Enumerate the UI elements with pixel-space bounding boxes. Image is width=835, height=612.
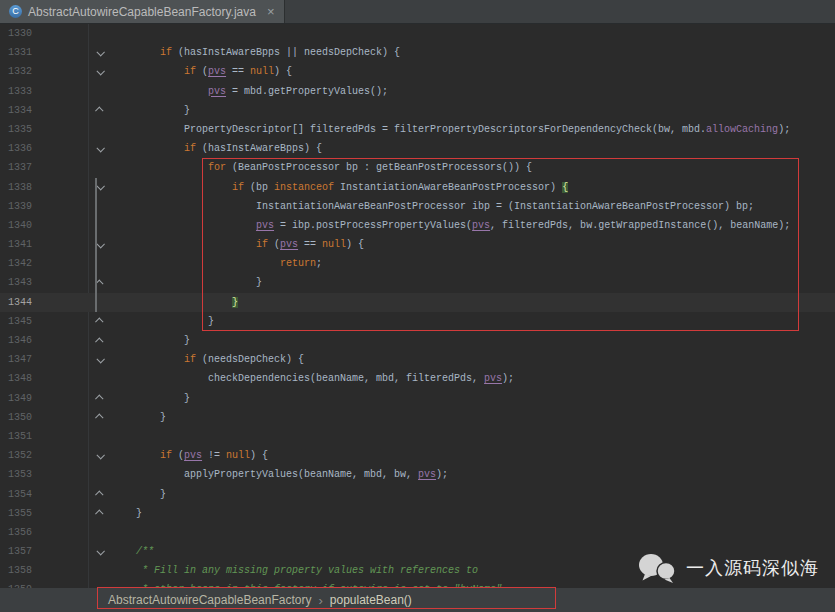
line-number[interactable]: 1331 (0, 43, 88, 62)
fold-spacer (88, 523, 112, 542)
code-text (112, 24, 835, 43)
fold-end-icon[interactable] (88, 312, 112, 331)
fold-spacer (88, 427, 112, 446)
line-number[interactable]: 1342 (0, 254, 88, 273)
fold-end-icon[interactable] (88, 101, 112, 120)
line-number[interactable]: 1335 (0, 120, 88, 139)
line-number[interactable]: 1332 (0, 62, 88, 81)
line-number[interactable]: 1346 (0, 331, 88, 350)
code-line[interactable]: 1345 } (0, 312, 835, 331)
code-text: } (112, 389, 835, 408)
line-number[interactable]: 1350 (0, 408, 88, 427)
line-number[interactable]: 1330 (0, 24, 88, 43)
line-number[interactable]: 1354 (0, 485, 88, 504)
code-line[interactable]: 1352 if (pvs != null) { (0, 446, 835, 465)
code-line[interactable]: 1350 } (0, 408, 835, 427)
breadcrumb-item[interactable]: AbstractAutowireCapableBeanFactory (108, 593, 311, 607)
code-line[interactable]: 1333 pvs = mbd.getPropertyValues(); (0, 82, 835, 101)
code-line[interactable]: 1347 if (needsDepCheck) { (0, 350, 835, 369)
fold-end-icon[interactable] (88, 504, 112, 523)
line-number[interactable]: 1348 (0, 369, 88, 388)
fold-collapse-icon[interactable] (88, 43, 112, 62)
code-line[interactable]: 1354 } (0, 485, 835, 504)
code-line[interactable]: 1341 if (pvs == null) { (0, 235, 835, 254)
code-line[interactable]: 1336 if (hasInstAwareBpps) { (0, 139, 835, 158)
code-line[interactable]: 1330 (0, 24, 835, 43)
code-text: } (112, 273, 835, 292)
code-line[interactable]: 1351 (0, 427, 835, 446)
fold-end-icon[interactable] (88, 485, 112, 504)
line-number[interactable]: 1333 (0, 82, 88, 101)
code-line[interactable]: 1331 if (hasInstAwareBpps || needsDepChe… (0, 43, 835, 62)
code-text: for (BeanPostProcessor bp : getBeanPostP… (112, 158, 835, 177)
code-text: } (112, 293, 835, 312)
line-number[interactable]: 1349 (0, 389, 88, 408)
line-number[interactable]: 1355 (0, 504, 88, 523)
code-line[interactable]: 1355 } (0, 504, 835, 523)
code-text: PropertyDescriptor[] filteredPds = filte… (112, 120, 835, 139)
breadcrumb-item[interactable]: populateBean() (330, 593, 412, 607)
fold-collapse-icon[interactable] (88, 350, 112, 369)
line-number[interactable]: 1344 (0, 293, 88, 312)
code-editor[interactable]: 13301331 if (hasInstAwareBpps || needsDe… (0, 24, 835, 612)
line-number[interactable]: 1352 (0, 446, 88, 465)
line-number[interactable]: 1336 (0, 139, 88, 158)
code-line[interactable]: 1335 PropertyDescriptor[] filteredPds = … (0, 120, 835, 139)
code-line[interactable]: 1346 } (0, 331, 835, 350)
line-number[interactable]: 1358 (0, 561, 88, 580)
line-number[interactable]: 1347 (0, 350, 88, 369)
line-number[interactable]: 1337 (0, 158, 88, 177)
fold-end-icon[interactable] (88, 273, 112, 292)
code-text: InstantiationAwareBeanPostProcessor ibp … (112, 197, 835, 216)
fold-end-icon[interactable] (88, 331, 112, 350)
line-number[interactable]: 1351 (0, 427, 88, 446)
code-line[interactable]: 1332 if (pvs == null) { (0, 62, 835, 81)
code-line[interactable]: 1338 if (bp instanceof InstantiationAwar… (0, 178, 835, 197)
fold-spacer (88, 197, 112, 216)
code-line[interactable]: 1339 InstantiationAwareBeanPostProcessor… (0, 197, 835, 216)
tab-title: AbstractAutowireCapableBeanFactory.java (28, 5, 256, 19)
code-line[interactable]: 1342 return; (0, 254, 835, 273)
code-text: pvs = ibp.postProcessPropertyValues(pvs,… (112, 216, 835, 235)
code-line[interactable]: 1344 } (0, 293, 835, 312)
fold-spacer (88, 293, 112, 312)
line-number[interactable]: 1345 (0, 312, 88, 331)
code-line[interactable]: 1343 } (0, 273, 835, 292)
code-line[interactable]: 1349 } (0, 389, 835, 408)
editor-tab[interactable]: C AbstractAutowireCapableBeanFactory.jav… (0, 0, 285, 23)
fold-collapse-icon[interactable] (88, 235, 112, 254)
watermark: 一入源码深似海 (637, 552, 819, 584)
fold-collapse-icon[interactable] (88, 62, 112, 81)
line-number[interactable]: 1353 (0, 465, 88, 484)
code-line[interactable]: 1353 applyPropertyValues(beanName, mbd, … (0, 465, 835, 484)
line-number[interactable]: 1338 (0, 178, 88, 197)
code-text: } (112, 331, 835, 350)
code-text: } (112, 485, 835, 504)
fold-end-icon[interactable] (88, 408, 112, 427)
fold-end-icon[interactable] (88, 389, 112, 408)
line-number[interactable]: 1334 (0, 101, 88, 120)
code-text: if (pvs != null) { (112, 446, 835, 465)
tab-close-icon[interactable]: × (267, 4, 275, 19)
editor-tab-bar: C AbstractAutowireCapableBeanFactory.jav… (0, 0, 835, 24)
line-number[interactable]: 1357 (0, 542, 88, 561)
code-text (112, 427, 835, 446)
line-number[interactable]: 1356 (0, 523, 88, 542)
fold-spacer (88, 24, 112, 43)
line-number[interactable]: 1339 (0, 197, 88, 216)
line-number[interactable]: 1343 (0, 273, 88, 292)
fold-collapse-icon[interactable] (88, 139, 112, 158)
fold-collapse-icon[interactable] (88, 446, 112, 465)
fold-collapse-icon[interactable] (88, 178, 112, 197)
code-line[interactable]: 1348 checkDependencies(beanName, mbd, fi… (0, 369, 835, 388)
code-line[interactable]: 1337 for (BeanPostProcessor bp : getBean… (0, 158, 835, 177)
editor-lines: 13301331 if (hasInstAwareBpps || needsDe… (0, 24, 835, 600)
fold-spacer (88, 369, 112, 388)
line-number[interactable]: 1340 (0, 216, 88, 235)
code-line[interactable]: 1334 } (0, 101, 835, 120)
code-text: } (112, 504, 835, 523)
code-line[interactable]: 1340 pvs = ibp.postProcessPropertyValues… (0, 216, 835, 235)
code-line[interactable]: 1356 (0, 523, 835, 542)
line-number[interactable]: 1341 (0, 235, 88, 254)
fold-collapse-icon[interactable] (88, 542, 112, 561)
